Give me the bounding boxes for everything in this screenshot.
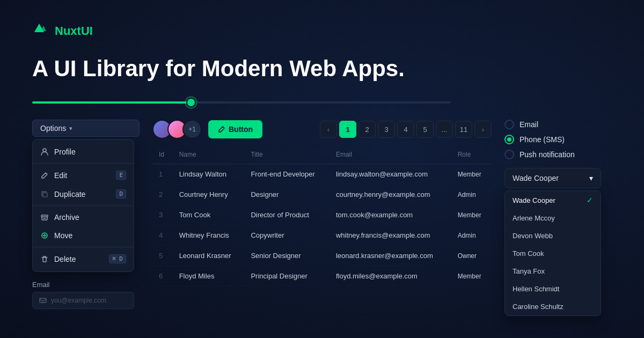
- options-button[interactable]: Options ▾: [32, 120, 140, 137]
- edit-label: Edit: [54, 171, 67, 180]
- action-button[interactable]: Button: [208, 120, 262, 138]
- table-row[interactable]: 1 Lindsay Walton Front-end Developer lin…: [152, 164, 492, 185]
- radio-circle-email: [504, 120, 514, 129]
- separator-1: [33, 163, 134, 164]
- cell-email: tom.cook@example.com: [330, 205, 451, 225]
- button-edit-icon: [218, 126, 225, 133]
- menu-item-edit[interactable]: Edit E: [33, 166, 134, 185]
- menu-item-delete[interactable]: Delete ⌘ D: [33, 249, 134, 268]
- select-option-tanya[interactable]: Tanya Fox: [505, 262, 601, 280]
- cell-id: 6: [152, 266, 173, 286]
- slider-thumb[interactable]: [186, 98, 196, 107]
- radio-circle-push: [504, 150, 514, 159]
- page-11-button[interactable]: 11: [455, 121, 472, 138]
- table-header-row: Id Name Title Email Role: [152, 145, 492, 164]
- move-icon: [40, 231, 49, 240]
- page-1-button[interactable]: 1: [339, 121, 356, 138]
- select-box[interactable]: Wade Cooper ▾: [504, 168, 601, 188]
- radio-phone[interactable]: Phone (SMS): [504, 135, 612, 144]
- delete-kbd: ⌘ D: [109, 254, 126, 263]
- radio-inner-phone: [507, 137, 511, 142]
- cell-title: Principal Designer: [244, 266, 330, 286]
- col-id: Id: [152, 145, 173, 164]
- avatar-count: +1: [182, 120, 202, 139]
- col-name: Name: [173, 145, 245, 164]
- select-option-hellen[interactable]: Hellen Schmidt: [505, 280, 601, 298]
- col-title: Title: [244, 145, 330, 164]
- cell-id: 5: [152, 246, 173, 266]
- separator-3: [33, 247, 134, 247]
- copy-icon: [40, 190, 49, 199]
- archive-label: Archive: [54, 213, 79, 222]
- select-option-tom-label: Tom Cook: [513, 249, 544, 258]
- select-current-value: Wade Cooper: [513, 174, 559, 182]
- cell-role: Member: [451, 205, 492, 225]
- hero-title: A UI Library for Modern Web Apps.: [32, 55, 612, 82]
- table-row[interactable]: 2 Courtney Henry Designer courtney.henry…: [152, 185, 492, 205]
- radio-circle-phone: [504, 135, 514, 144]
- cell-title: Designer: [244, 185, 330, 205]
- cell-role: Member: [451, 266, 492, 286]
- data-table: Id Name Title Email Role 1 Lindsay Walto…: [152, 145, 492, 286]
- next-page-button[interactable]: ›: [474, 121, 492, 138]
- duplicate-kbd: D: [116, 189, 126, 199]
- mail-icon: [39, 297, 47, 304]
- cell-email: floyd.miles@example.com: [330, 266, 451, 286]
- cell-id: 3: [152, 205, 173, 225]
- page-5-button[interactable]: 5: [416, 121, 434, 138]
- cell-id: 4: [152, 225, 173, 246]
- logo-area: NuxtUI: [32, 21, 612, 40]
- cell-email: whitney.francis@example.com: [330, 225, 451, 246]
- menu-item-archive[interactable]: Archive: [33, 208, 134, 226]
- menu-item-move[interactable]: Move: [33, 226, 134, 245]
- table-toolbar: +1 Button ‹ 1 2 3 4 5 ... 11: [152, 120, 492, 139]
- duplicate-label: Duplicate: [54, 190, 85, 199]
- select-option-caroline[interactable]: Caroline Schultz: [505, 298, 601, 315]
- cell-title: Copywriter: [244, 225, 330, 246]
- avatar-group: +1: [152, 120, 202, 139]
- radio-email[interactable]: Email: [504, 120, 612, 129]
- page-2-button[interactable]: 2: [358, 121, 376, 138]
- edit-icon: [40, 171, 49, 180]
- table-row[interactable]: 6 Floyd Miles Principal Designer floyd.m…: [152, 266, 492, 286]
- col-role: Role: [451, 145, 492, 164]
- radio-email-label: Email: [519, 120, 538, 129]
- select-chevron-icon: ▾: [589, 174, 593, 182]
- cell-name: Leonard Krasner: [173, 246, 245, 266]
- cell-role: Admin: [451, 185, 492, 205]
- table-row[interactable]: 4 Whitney Francis Copywriter whitney.fra…: [152, 225, 492, 246]
- select-option-wade[interactable]: Wade Cooper ✓: [505, 191, 601, 209]
- left-panel: Options ▾ Profile: [32, 120, 140, 309]
- select-option-devon[interactable]: Devon Webb: [505, 227, 601, 245]
- cell-title: Front-end Developer: [244, 164, 330, 185]
- svg-rect-2: [41, 215, 48, 217]
- email-label: Email: [32, 281, 140, 289]
- cell-email: lindsay.walton@example.com: [330, 164, 451, 185]
- table-body: 1 Lindsay Walton Front-end Developer lin…: [152, 164, 492, 286]
- page-3-button[interactable]: 3: [378, 121, 395, 138]
- cell-name: Whitney Francis: [173, 225, 245, 246]
- radio-push[interactable]: Push notification: [504, 150, 612, 159]
- table-row[interactable]: 3 Tom Cook Director of Product tom.cook@…: [152, 205, 492, 225]
- table-row[interactable]: 5 Leonard Krasner Senior Designer leonar…: [152, 246, 492, 266]
- cell-id: 2: [152, 185, 173, 205]
- menu-item-duplicate[interactable]: Duplicate D: [33, 185, 134, 203]
- archive-icon: [40, 213, 49, 222]
- radio-push-label: Push notification: [519, 150, 575, 159]
- cell-title: Director of Product: [244, 205, 330, 225]
- cell-role: Member: [451, 164, 492, 185]
- slider-container: [32, 101, 451, 104]
- email-section: Email you@example.com: [32, 281, 140, 309]
- table-head: Id Name Title Email Role: [152, 145, 492, 164]
- cell-id: 1: [152, 164, 173, 185]
- select-dropdown: Wade Cooper ✓ Arlene Mccoy Devon Webb To…: [504, 190, 601, 316]
- move-label: Move: [54, 231, 72, 240]
- page-ellipsis: ...: [436, 121, 453, 138]
- select-option-tom[interactable]: Tom Cook: [505, 245, 601, 262]
- page-4-button[interactable]: 4: [397, 121, 414, 138]
- email-input[interactable]: you@example.com: [32, 292, 134, 309]
- prev-page-button[interactable]: ‹: [320, 121, 337, 138]
- select-option-arlene[interactable]: Arlene Mccoy: [505, 209, 601, 227]
- chevron-down-icon: ▾: [69, 125, 72, 132]
- menu-item-profile[interactable]: Profile: [33, 143, 134, 161]
